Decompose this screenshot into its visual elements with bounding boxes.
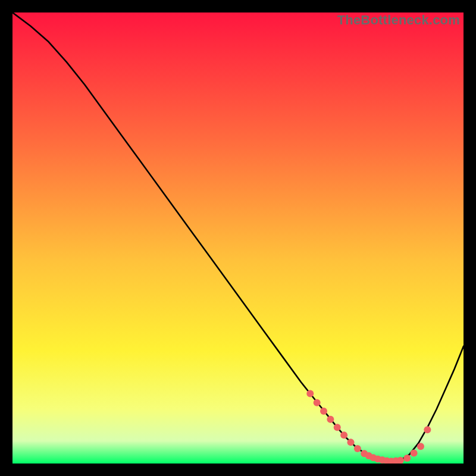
- marker-point: [327, 416, 334, 423]
- marker-point: [411, 450, 418, 457]
- marker-point: [403, 455, 411, 462]
- chart-svg: [12, 12, 464, 464]
- plot-area: TheBottleneck.com: [12, 12, 464, 464]
- marker-point: [334, 424, 341, 431]
- watermark-label: TheBottleneck.com: [337, 12, 460, 28]
- marker-point: [320, 408, 327, 415]
- chart-frame: TheBottleneck.com: [0, 0, 476, 476]
- marker-point: [340, 431, 347, 439]
- marker-point: [417, 443, 424, 450]
- marker-point: [354, 445, 361, 452]
- marker-point: [424, 426, 431, 433]
- marker-point: [347, 439, 355, 446]
- marker-point: [314, 399, 321, 406]
- marker-point: [306, 390, 314, 397]
